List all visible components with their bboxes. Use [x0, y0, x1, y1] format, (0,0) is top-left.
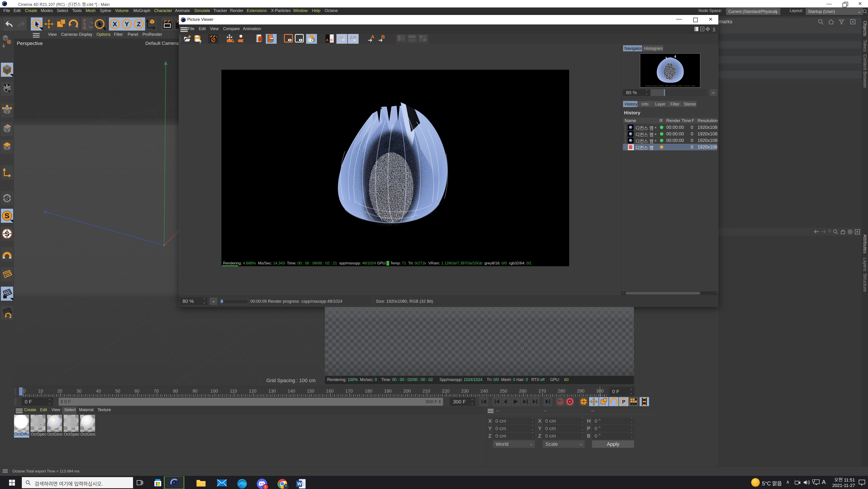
svg-text:200: 200 — [403, 389, 411, 394]
svg-text:260: 260 — [519, 389, 526, 394]
svg-text:270: 270 — [538, 389, 546, 394]
svg-text:B: B — [409, 39, 410, 42]
svg-text:20: 20 — [57, 389, 62, 394]
svg-text:B: B — [402, 37, 404, 40]
svg-text:170: 170 — [345, 389, 353, 394]
svg-text:S: S — [4, 212, 9, 220]
svg-text:A: A — [326, 38, 329, 42]
svg-text:S: S — [83, 23, 86, 26]
svg-text:Z: Z — [137, 21, 141, 28]
svg-text:100: 100 — [210, 389, 218, 394]
svg-text:70: 70 — [154, 389, 159, 394]
svg-text:P: P — [622, 399, 625, 404]
svg-text:Y: Y — [125, 21, 129, 28]
svg-text:110: 110 — [230, 389, 237, 394]
svg-text:30: 30 — [76, 389, 82, 394]
svg-text:?: ? — [199, 39, 202, 44]
svg-text:A: A — [398, 37, 400, 40]
svg-text:120: 120 — [249, 389, 256, 394]
svg-text:180: 180 — [365, 389, 372, 394]
svg-text:230: 230 — [461, 389, 469, 394]
svg-text:R: R — [83, 26, 86, 30]
svg-text:40: 40 — [96, 389, 101, 394]
svg-text:140: 140 — [287, 389, 295, 394]
svg-text:190: 190 — [384, 389, 392, 394]
svg-text:150: 150 — [307, 389, 314, 394]
svg-text:A: A — [371, 34, 374, 40]
svg-text:240: 240 — [480, 389, 488, 394]
svg-text:60: 60 — [134, 389, 140, 394]
svg-text:210: 210 — [423, 389, 430, 394]
svg-text:280: 280 — [558, 389, 565, 394]
svg-text:160: 160 — [326, 389, 334, 394]
svg-text:290: 290 — [577, 389, 584, 394]
svg-text:B: B — [381, 34, 385, 40]
svg-text:B: B — [330, 38, 333, 42]
svg-text:220: 220 — [442, 389, 450, 394]
svg-text:90: 90 — [192, 389, 197, 394]
svg-text:S: S — [5, 230, 9, 238]
svg-text:A: A — [409, 35, 411, 38]
svg-text:250: 250 — [500, 389, 507, 394]
svg-text:W: W — [297, 481, 302, 486]
svg-text:50: 50 — [115, 389, 120, 394]
svg-text:130: 130 — [268, 389, 276, 394]
svg-text:10: 10 — [38, 389, 43, 394]
svg-text:P: P — [83, 19, 86, 23]
svg-text:80: 80 — [173, 389, 178, 394]
svg-text:X: X — [113, 21, 117, 28]
svg-text:S: S — [5, 194, 9, 202]
